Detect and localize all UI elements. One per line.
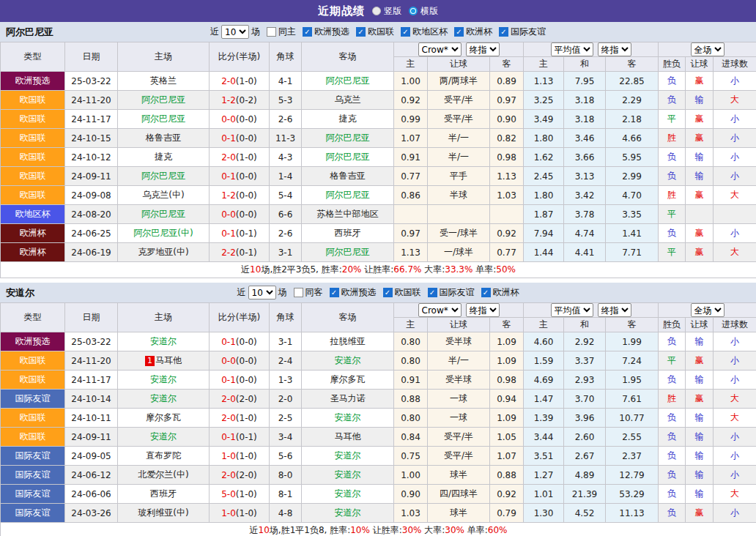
summary-segment: 让胜率: — [361, 264, 393, 275]
odds-source-select[interactable]: 全场 — [691, 303, 724, 317]
radio-horizontal-icon[interactable] — [409, 7, 418, 15]
score: 1-2(0-2) — [210, 91, 270, 110]
odds-source-select[interactable]: 全场 — [691, 42, 724, 56]
home-team-name: 乌克兰(中) — [142, 190, 184, 200]
odds-source-select[interactable]: 终指 — [598, 303, 631, 317]
away-team-name: 阿尔巴尼亚 — [326, 75, 370, 86]
league-checkbox-3[interactable]: ✓ — [454, 27, 464, 37]
odds-home: 0.99 — [394, 110, 428, 129]
league-badge: 欧地区杯 — [1, 205, 65, 224]
away-team-name: 圣马力诺 — [330, 393, 366, 403]
match-row: 欧国联24-11-20阿尔巴尼亚1-2(0-2)5-3乌克兰0.92受平/半0.… — [1, 91, 756, 110]
away-team: 摩尔多瓦 — [302, 371, 394, 390]
home-team: 克罗地亚(中) — [118, 243, 210, 262]
home-team: 直布罗陀 — [118, 447, 210, 466]
summary-segment: 10% — [350, 525, 370, 535]
layout-radio-vertical[interactable]: 竖版 — [372, 5, 401, 18]
half-time-score: (0-1) — [236, 247, 257, 258]
same-venue-checkbox[interactable] — [267, 27, 276, 37]
same-venue-checkbox[interactable] — [294, 288, 303, 297]
result-outcome: 平 — [659, 205, 686, 224]
away-team-name: 安道尔 — [335, 450, 361, 461]
col-header: 主场 — [118, 42, 210, 72]
league-badge: 欧洲杯 — [1, 243, 65, 262]
odds-home: 0.75 — [394, 447, 428, 466]
corner-score: 3-4 — [270, 428, 302, 447]
score: 2-0(1-0) — [210, 409, 270, 428]
full-time-score: 1-0 — [221, 508, 236, 518]
away-team-name: 安道尔 — [335, 355, 361, 365]
half-time-score: (0-2) — [236, 95, 257, 105]
away-team: 阿尔巴尼亚 — [302, 186, 394, 205]
result-handicap: 赢 — [686, 224, 714, 243]
league-checkbox-2[interactable]: ✓ — [428, 288, 437, 297]
result-outcome: 平 — [659, 243, 686, 262]
result-handicap — [686, 205, 714, 224]
result-goals: 大 — [714, 409, 756, 428]
home-team: 阿尔巴尼亚(中) — [118, 224, 210, 243]
score: 0-1(0-1) — [210, 224, 270, 243]
full-time-score: 0-1 — [221, 432, 236, 442]
sub-col-header: 让球 — [428, 318, 490, 332]
odds-source-select[interactable]: Crow* — [418, 303, 462, 317]
odds-source-select[interactable]: 终指 — [466, 42, 500, 56]
league-checkbox-0[interactable]: ✓ — [303, 27, 312, 37]
full-time-score: 2-2 — [221, 247, 236, 258]
match-row: 欧地区杯24-08-20阿尔巴尼亚0-0(0-0)6-6苏格兰中部地区1.873… — [1, 205, 756, 224]
sub-col-header: 客 — [490, 318, 524, 332]
away-team-name: 西班牙 — [335, 228, 361, 238]
match-date: 24-09-11 — [65, 167, 118, 186]
league-checkbox-4[interactable]: ✓ — [499, 27, 508, 37]
odds-away: 0.97 — [490, 91, 524, 110]
odds-source-select[interactable]: Crow* — [418, 42, 462, 56]
league-checkbox-1[interactable]: ✓ — [356, 27, 366, 37]
odds-source-select[interactable]: 终指 — [598, 42, 631, 56]
home-team: 玻利维亚(中) — [118, 504, 210, 523]
odds-source-select[interactable]: 平均值 — [551, 303, 593, 317]
sub-col-header: 进球数 — [714, 57, 756, 72]
match-date: 24-10-14 — [65, 390, 118, 409]
odds-handicap: 半/一 — [428, 351, 490, 371]
matches-table: 类型日期主场比分(半场)角球客场Crow*终指平均值终指全场主让球客主和客胜负让… — [0, 302, 756, 536]
layout-radio-horizontal[interactable]: 横版 — [409, 5, 438, 18]
half-time-score: (0-0) — [236, 375, 257, 385]
odds-away: 0.88 — [490, 466, 524, 485]
sub-col-header: 主 — [524, 57, 564, 72]
result-handicap: 输 — [686, 428, 714, 447]
avg-home: 1.13 — [524, 72, 564, 91]
league-checkbox-2[interactable]: ✓ — [401, 27, 410, 37]
match-row: 欧国联24-10-12捷克2-0(1-0)4-3阿尔巴尼亚0.91半/一0.98… — [1, 148, 756, 167]
league-checkbox-label: 欧地区杯 — [412, 26, 448, 38]
odds-source-select[interactable]: 平均值 — [551, 42, 593, 56]
league-checkbox-0[interactable]: ✓ — [330, 288, 339, 297]
half-time-score: (0-0) — [236, 356, 257, 366]
radio-vertical-icon[interactable] — [372, 7, 381, 15]
home-team-name: 安道尔 — [150, 431, 177, 442]
result-goals: 大 — [714, 91, 756, 110]
match-count-select[interactable]: 10 — [221, 25, 249, 39]
result-handicap: 输 — [686, 485, 714, 504]
odds-away: 0.98 — [490, 371, 524, 390]
odds-home: 1.00 — [394, 72, 428, 91]
avg-away: 7.24 — [606, 351, 659, 371]
match-count-select[interactable]: 10 — [248, 286, 276, 299]
odds-away — [490, 205, 524, 224]
result-handicap: 输 — [686, 91, 714, 110]
home-team: 北爱尔兰(中) — [118, 466, 210, 485]
match-date: 24-06-19 — [65, 243, 118, 262]
away-team-name: 格鲁吉亚 — [330, 171, 366, 181]
radio-horizontal-label: 横版 — [420, 5, 438, 18]
match-date: 24-11-20 — [65, 351, 118, 371]
league-checkbox-1[interactable]: ✓ — [383, 288, 393, 297]
odds-home — [394, 205, 428, 224]
result-outcome: 负 — [659, 224, 686, 243]
home-team-name: 安道尔 — [150, 393, 177, 403]
summary-segment: 33.3% — [445, 264, 472, 275]
odds-handicap: 半/一 — [428, 148, 490, 167]
league-checkbox-3[interactable]: ✓ — [481, 288, 491, 297]
score: 0-1(0-0) — [210, 167, 270, 186]
avg-home: 1.01 — [524, 485, 564, 504]
odds-home: 1.00 — [394, 466, 428, 485]
result-handicap: 输 — [686, 447, 714, 466]
odds-source-select[interactable]: 终指 — [466, 303, 500, 317]
